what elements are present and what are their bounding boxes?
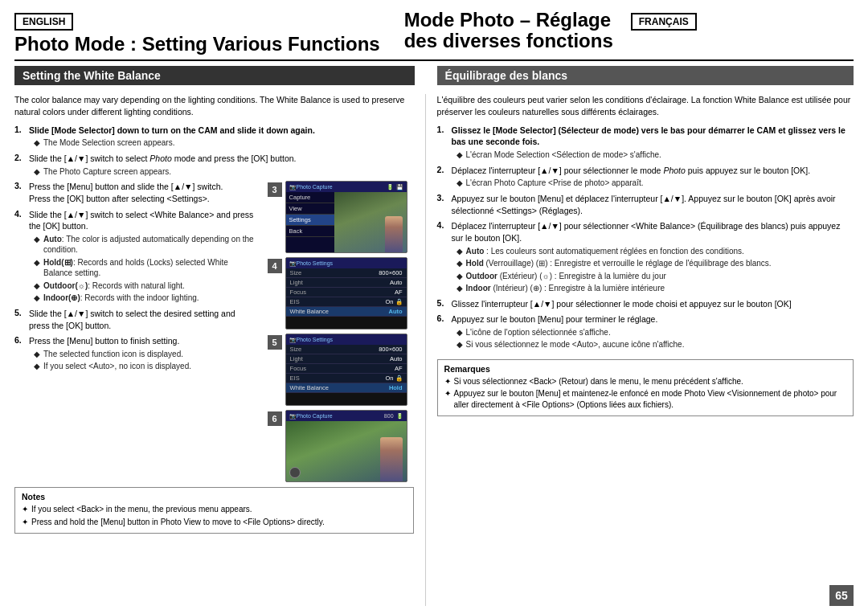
remarque-item-2: ✦ Appuyez sur le bouton [Menu] et mainte… xyxy=(444,388,846,410)
header-right: Mode Photo – Réglage des diverses foncti… xyxy=(380,10,854,52)
right-column: L'équilibre des couleurs peut varier sel… xyxy=(426,94,854,606)
remarques-title: Remarques xyxy=(444,364,846,374)
cam-screen-5: 📷Photo Settings Size800×600 LightAuto Fo… xyxy=(285,334,407,406)
main-divider xyxy=(14,59,854,61)
screen-number-6: 6 xyxy=(268,411,282,426)
step-en-2: 2. Slide the [▲/▼] switch to select Phot… xyxy=(14,153,414,177)
header-left: ENGLISH Photo Mode : Setting Various Fun… xyxy=(14,10,380,55)
step-en-4: 4. Slide the [▲/▼] switch to select <Whi… xyxy=(14,209,258,304)
notes-title: Notes xyxy=(22,492,407,501)
main-title-fr-line1: Mode Photo – Réglage xyxy=(404,10,613,31)
step-fr-4: 4. Déplacez l'interrupteur [▲/▼] pour sé… xyxy=(437,220,854,293)
main-content: The color balance may vary depending on … xyxy=(14,94,854,606)
note-item-2: ✦ Press and hold the [Menu] button in Ph… xyxy=(22,517,407,528)
step-en-3: 3. Press the [Menu] button and slide the… xyxy=(14,181,258,204)
remarques-box: Remarques ✦ Si vous sélectionnez <Back> … xyxy=(437,359,854,417)
intro-text-en: The color balance may vary depending on … xyxy=(14,94,414,117)
page-number: 65 xyxy=(829,585,854,606)
intro-text-fr: L'équilibre des couleurs peut varier sel… xyxy=(437,94,854,117)
step-en-5: 5. Slide the [▲/▼] switch to select the … xyxy=(14,308,258,331)
main-title-fr-line2: des diverses fonctions xyxy=(404,31,613,51)
remarque-item-1: ✦ Si vous sélectionnez <Back> (Retour) d… xyxy=(444,376,846,387)
step-en-6: 6. Press the [Menu] button to finish set… xyxy=(14,335,258,372)
cam-screen-6: 📷Photo Capture 800 🔋 xyxy=(285,410,407,482)
screen-6-wrapper: 6 📷Photo Capture 800 🔋 xyxy=(268,410,407,482)
note-item-1: ✦ If you select <Back> in the menu, the … xyxy=(22,504,407,515)
screen-5-wrapper: 5 📷Photo Settings Size800×600 LightAuto … xyxy=(268,334,407,406)
section-header-fr: Équilibrage des blancs xyxy=(437,66,854,85)
main-title-en: Photo Mode : Setting Various Functions xyxy=(14,34,380,55)
cam-screen-3: 📷Photo Capture 🔋 💾 Capture xyxy=(285,181,407,253)
page-header: ENGLISH Photo Mode : Setting Various Fun… xyxy=(14,10,854,55)
step-fr-6: 6. Appuyez sur le bouton [Menu] pour ter… xyxy=(437,313,854,350)
lang-badge-en: ENGLISH xyxy=(14,13,73,31)
camera-screens-column: 3 📷Photo Capture 🔋 💾 xyxy=(261,181,414,482)
step-fr-1: 1. Glissez le [Mode Selector] (Sélecteur… xyxy=(437,125,854,161)
cam-screen-4: 📷Photo Settings Size800×600 LightAuto Fo… xyxy=(285,257,407,330)
screen-3-wrapper: 3 📷Photo Capture 🔋 💾 xyxy=(268,181,407,253)
section-header-en: Setting the White Balance xyxy=(14,66,415,85)
left-column: The color balance may vary depending on … xyxy=(14,94,426,606)
screen-number-4: 4 xyxy=(268,259,282,273)
step-fr-5: 5. Glissez l'interrupteur [▲/▼] pour sél… xyxy=(437,298,854,310)
lang-badge-fr: FRANÇAIS xyxy=(631,13,697,31)
screen-number-3: 3 xyxy=(268,182,282,197)
step3-with-screen: 3. Press the [Menu] button and slide the… xyxy=(14,181,414,482)
step-fr-2: 2. Déplacez l'interrupteur [▲/▼] pour sé… xyxy=(437,165,854,189)
screen-4-wrapper: 4 📷Photo Settings Size800×600 LightAuto … xyxy=(268,257,407,330)
section-headers-row: Setting the White Balance Équilibrage de… xyxy=(14,66,854,90)
step-fr-3: 3. Appuyez sur le bouton [Menu] et dépla… xyxy=(437,193,854,216)
notes-box: Notes ✦ If you select <Back> in the menu… xyxy=(14,487,414,534)
screen-number-5: 5 xyxy=(268,335,282,350)
step-en-1: 1. Slide [Mode Selector] down to turn on… xyxy=(14,125,414,149)
